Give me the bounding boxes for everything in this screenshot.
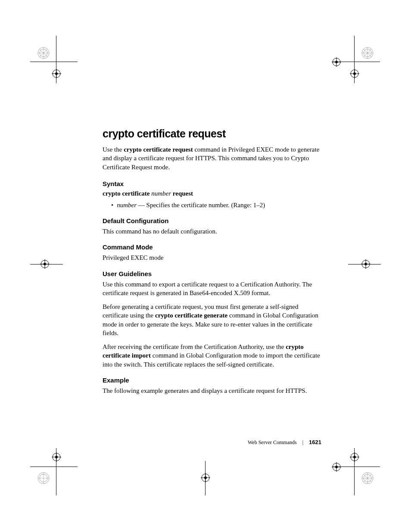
example-text: The following example generates and disp… — [103, 386, 320, 395]
example-heading: Example — [103, 376, 320, 384]
syntax-cmd-p2: request — [171, 190, 193, 197]
registration-mark-icon — [361, 47, 374, 59]
crosshair-icon — [350, 452, 359, 462]
guidelines-heading: User Guidelines — [103, 270, 320, 277]
mode-heading: Command Mode — [103, 243, 320, 251]
syntax-cmd-p1: crypto certificate — [103, 190, 151, 197]
guidelines-p2: Before generating a certificate request,… — [103, 302, 320, 337]
footer-page-number: 1621 — [309, 439, 321, 445]
registration-mark-icon — [37, 472, 50, 485]
crop-line-horizontal — [30, 62, 78, 62]
bullet-text: — Specifies the certificate number. (Ran… — [137, 202, 265, 208]
crop-line-horizontal — [30, 264, 63, 264]
crosshair-icon — [332, 57, 341, 67]
mode-text: Privileged EXEC mode — [103, 253, 320, 262]
crop-line-horizontal — [30, 467, 78, 467]
bullet-content: number — Specifies the certificate numbe… — [117, 202, 265, 208]
syntax-cmd-param: number — [151, 190, 171, 197]
crosshair-icon — [52, 69, 61, 78]
guidelines-p1: Use this command to export a certificate… — [103, 280, 320, 298]
guidelines-p3a: After receiving the certificate from the… — [103, 343, 286, 350]
crosshair-icon — [350, 69, 359, 78]
crop-line-horizontal — [348, 264, 381, 264]
syntax-bullet: •number — Specifies the certificate numb… — [111, 201, 320, 209]
footer-section-name: Web Server Commands — [248, 439, 297, 445]
footer-divider: | — [302, 439, 303, 445]
page-content: crypto certificate request Use the crypt… — [103, 128, 320, 400]
page-footer: Web Server Commands | 1621 — [248, 439, 321, 446]
page-title: crypto certificate request — [103, 128, 320, 140]
crosshair-icon — [332, 462, 341, 472]
crosshair-icon — [52, 452, 61, 462]
intro-paragraph: Use the crypto certificate request comma… — [103, 145, 320, 171]
default-heading: Default Configuration — [103, 217, 320, 224]
bullet-param: number — [117, 202, 137, 208]
registration-mark-icon — [361, 472, 374, 485]
crosshair-icon — [201, 473, 210, 482]
syntax-command: crypto certificate number request — [103, 190, 320, 197]
crop-line-vertical — [205, 461, 206, 495]
intro-prefix: Use the — [103, 146, 124, 153]
bullet-marker: • — [111, 202, 113, 208]
registration-mark-icon — [37, 47, 50, 59]
guidelines-p3: After receiving the certificate from the… — [103, 342, 320, 369]
intro-command: crypto certificate request — [124, 146, 193, 153]
syntax-heading: Syntax — [103, 180, 320, 187]
default-text: This command has no default configuratio… — [103, 227, 320, 236]
guidelines-p2cmd: crypto certificate generate — [155, 312, 227, 319]
